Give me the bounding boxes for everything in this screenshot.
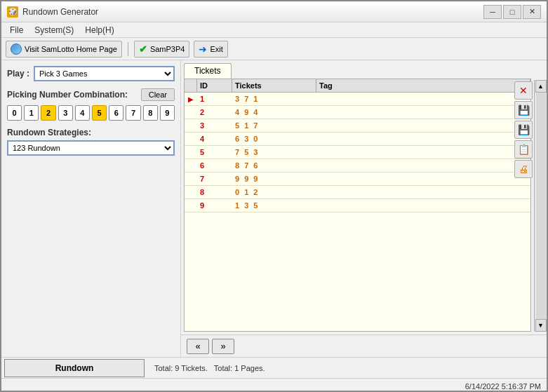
number-btn-3[interactable]: 3 [58, 105, 73, 121]
rundown-section: Rundown Strategies: 123 Rundown [7, 128, 175, 156]
title-bar: 🎲 Rundown Generator ─ □ ✕ [1, 1, 547, 22]
print-action-button[interactable]: 🖨 [514, 160, 533, 178]
row-tickets: 7 5 3 [232, 146, 316, 158]
exit-arrow-icon: ➜ [199, 43, 207, 55]
samp3p4-button[interactable]: ✔ SamP3P4 [134, 41, 190, 58]
rundown-select[interactable]: 123 Rundown [7, 140, 175, 156]
number-btn-5[interactable]: 5 [92, 105, 107, 121]
th-id: ID [197, 79, 232, 92]
scroll-down-arrow[interactable]: ▼ [535, 319, 547, 332]
window-controls: ─ □ ✕ [483, 5, 541, 19]
maximize-button[interactable]: □ [503, 5, 521, 19]
delete-action-button[interactable]: ✕ [514, 81, 533, 100]
row-tickets: 0 1 2 [232, 186, 316, 198]
exit-label: Exit [210, 45, 222, 53]
row-id: 6 [197, 159, 232, 172]
number-btn-8[interactable]: 8 [143, 105, 158, 121]
row-id: 2 [197, 106, 232, 119]
picking-header: Picking Number Combination: Clear [7, 88, 175, 101]
close-button[interactable]: ✕ [523, 5, 541, 19]
minimize-button[interactable]: ─ [483, 5, 502, 19]
check-icon: ✔ [139, 43, 147, 55]
table-row[interactable]: 8 0 1 2 [185, 186, 530, 199]
picking-section: Picking Number Combination: Clear 012345… [7, 88, 175, 121]
exit-button[interactable]: ➜ Exit [194, 41, 227, 58]
row-id: 9 [197, 199, 232, 212]
row-tag [316, 159, 530, 172]
status-bar: Rundown Total: 9 Tickets. Total: 1 Pages… [1, 357, 547, 378]
next-page-button[interactable]: » [212, 339, 234, 354]
number-buttons: 0123456789 [7, 105, 175, 121]
tickets-tab-bar: Tickets [181, 60, 547, 79]
prev-page-button[interactable]: « [187, 339, 209, 354]
number-btn-4[interactable]: 4 [75, 105, 90, 121]
menu-system[interactable]: System(S) [29, 24, 79, 36]
play-select[interactable]: Pick 3 Games [34, 66, 175, 81]
th-tag: Tag [316, 79, 530, 92]
number-btn-0[interactable]: 0 [7, 105, 22, 121]
number-btn-1[interactable]: 1 [24, 105, 39, 121]
samp3p4-label: SamP3P4 [150, 45, 185, 53]
th-arrow [185, 79, 197, 92]
row-arrow [185, 173, 197, 185]
table-row[interactable]: 5 7 5 3 [185, 146, 530, 159]
row-arrow [185, 199, 197, 212]
side-actions: ✕ 💾 💾 📋 🖨 [513, 80, 533, 180]
row-id: 4 [197, 133, 232, 145]
number-btn-7[interactable]: 7 [126, 105, 140, 121]
menu-file[interactable]: File [4, 24, 29, 36]
table-row[interactable]: 9 1 3 5 [185, 199, 530, 212]
rundown-status-button[interactable]: Rundown [4, 359, 145, 377]
right-scrollbar[interactable]: ▲ ▼ [534, 80, 547, 332]
nav-bar: « » [181, 334, 547, 357]
table-row[interactable]: 7 9 9 9 [185, 173, 530, 186]
window-title: Rundown Generator [22, 7, 98, 17]
table-row[interactable]: 4 6 3 0 [185, 133, 530, 146]
row-arrow [185, 133, 197, 145]
row-tag [316, 133, 530, 145]
toolbar-separator [128, 42, 128, 56]
clear-button[interactable]: Clear [141, 88, 175, 101]
visit-homepage-label: Visit SamLotto Home Page [25, 45, 117, 53]
row-arrow [185, 159, 197, 172]
rundown-label: Rundown Strategies: [7, 128, 175, 137]
row-tickets: 1 3 5 [232, 199, 316, 212]
table-row[interactable]: 2 4 9 4 [185, 106, 530, 119]
table-header: ID Tickets Tag [185, 79, 530, 93]
copy-action-button[interactable]: 📋 [514, 140, 533, 158]
save-action-button[interactable]: 💾 [514, 101, 533, 119]
globe-icon [11, 43, 22, 55]
row-tickets: 9 9 9 [232, 173, 316, 185]
play-row: Play : Pick 3 Games [7, 66, 175, 81]
play-label: Play : [7, 69, 29, 79]
visit-homepage-button[interactable]: Visit SamLotto Home Page [6, 41, 122, 58]
app-icon: 🎲 [7, 6, 18, 18]
row-tag [316, 146, 530, 158]
datetime-text: 6/14/2022 5:16:37 PM [465, 382, 541, 391]
row-arrow [185, 119, 197, 132]
row-tag [316, 199, 530, 212]
table-row[interactable]: 3 5 1 7 [185, 119, 530, 133]
toolbar: Visit SamLotto Home Page ✔ SamP3P4 ➜ Exi… [1, 38, 547, 60]
right-panel: Tickets ID Tickets Tag ▶ 1 3 7 1 2 4 9 4… [181, 60, 547, 357]
number-btn-6[interactable]: 6 [109, 105, 123, 121]
row-id: 5 [197, 146, 232, 158]
number-btn-9[interactable]: 9 [160, 105, 175, 121]
row-tag [316, 186, 530, 198]
tab-tickets[interactable]: Tickets [184, 63, 232, 79]
row-tickets: 8 7 6 [232, 159, 316, 172]
table-row[interactable]: ▶ 1 3 7 1 [185, 93, 530, 106]
scroll-up-arrow[interactable]: ▲ [535, 80, 547, 93]
total-tickets-text: Total: 9 Tickets. [154, 364, 208, 372]
row-id: 3 [197, 119, 232, 132]
number-btn-2[interactable]: 2 [41, 105, 55, 121]
table-row[interactable]: 6 8 7 6 [185, 159, 530, 173]
menu-help[interactable]: Help(H) [79, 24, 119, 36]
row-id: 7 [197, 173, 232, 185]
title-left: 🎲 Rundown Generator [7, 6, 98, 18]
picking-label: Picking Number Combination: [7, 90, 128, 100]
table-container: ID Tickets Tag ▶ 1 3 7 1 2 4 9 4 3 5 1 7… [184, 79, 531, 332]
save-green-action-button[interactable]: 💾 [514, 121, 533, 139]
row-tickets: 6 3 0 [232, 133, 316, 145]
table-body: ▶ 1 3 7 1 2 4 9 4 3 5 1 7 4 6 3 0 5 7 5 … [185, 93, 530, 331]
